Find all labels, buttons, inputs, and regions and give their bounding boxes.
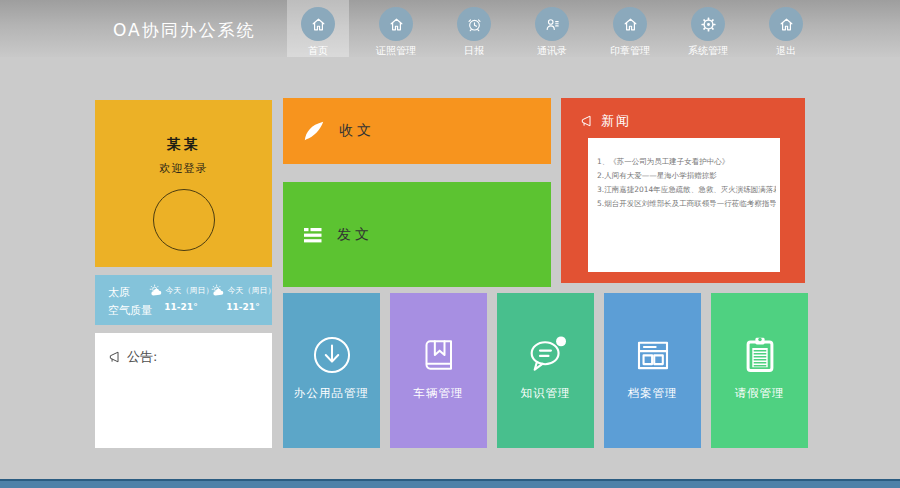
announcement-card: 公告: [95, 333, 272, 448]
welcome-card: 某某 欢迎登录 [95, 100, 272, 267]
footer-bar [0, 479, 900, 488]
list-icon [301, 223, 325, 247]
sun-cloud-icon [211, 284, 226, 297]
home-icon [301, 7, 335, 41]
module-vehicle[interactable]: 车辆管理 [390, 293, 487, 448]
module-office-supplies[interactable]: 办公用品管理 [283, 293, 380, 448]
nav-label: 系统管理 [688, 44, 728, 58]
news-list: 1、《苏一公司为员工建子女看护中心》 2.人间有大爱——星海小学捐赠掠影 3.江… [588, 138, 780, 272]
module-label: 档案管理 [604, 386, 701, 401]
forecast-day: 今天（周日） [166, 285, 214, 296]
nav-label: 日报 [464, 44, 484, 58]
module-label: 请假管理 [711, 386, 808, 401]
inbox-banner[interactable]: 收文 [283, 98, 551, 164]
sun-cloud-icon [149, 284, 164, 297]
nav-label: 证照管理 [376, 44, 416, 58]
nav-label: 退出 [776, 44, 796, 58]
weather-location: 太原 空气质量 [95, 275, 150, 325]
download-circle-icon [283, 330, 380, 380]
book-icon [390, 330, 487, 380]
news-item[interactable]: 1、《苏一公司为员工建子女看护中心》 [597, 155, 776, 169]
home-icon [613, 7, 647, 41]
welcome-text: 欢迎登录 [95, 161, 272, 176]
nav-item-system[interactable]: 系统管理 [677, 0, 739, 57]
nav-item-seal[interactable]: 印章管理 [599, 0, 661, 57]
city-label: 太原 [108, 285, 150, 300]
news-item[interactable]: 5.烟台开发区刘维部长及工商联领导一行莅临考察指导 [597, 197, 776, 211]
nav-item-certificates[interactable]: 证照管理 [365, 0, 427, 57]
gear-icon [691, 7, 725, 41]
app-title: OA协同办公系统 [113, 19, 256, 42]
avatar-placeholder-circle [153, 189, 215, 251]
clipboard-icon [711, 330, 808, 380]
inbox-label: 收文 [339, 122, 375, 140]
news-item[interactable]: 2.人间有大爱——星海小学捐赠掠影 [597, 169, 776, 183]
nav-item-home[interactable]: 首页 [287, 0, 349, 57]
forecast-today: 今天（周日） 11-21° [150, 275, 212, 325]
nav-item-daily-report[interactable]: 日报 [443, 0, 505, 57]
forecast-day: 今天（周日） [228, 285, 276, 296]
outbox-label: 发文 [337, 226, 373, 244]
contacts-icon [535, 7, 569, 41]
announcement-title: 公告: [127, 348, 157, 366]
nav-item-contacts[interactable]: 通讯录 [521, 0, 583, 57]
module-label: 知识管理 [497, 386, 594, 401]
nav-item-logout[interactable]: 退出 [755, 0, 817, 57]
module-label: 车辆管理 [390, 386, 487, 401]
home-icon [769, 7, 803, 41]
chat-bubble-icon [497, 330, 594, 380]
nav-label: 首页 [308, 44, 328, 58]
clock-icon [457, 7, 491, 41]
megaphone-icon [107, 349, 123, 365]
forecast-today-2: 今天（周日） 11-21° [212, 275, 274, 325]
forecast-temp: 11-21° [150, 302, 212, 312]
megaphone-icon [579, 113, 595, 129]
user-name: 某某 [95, 100, 272, 154]
news-title: 新闻 [601, 112, 631, 130]
air-quality-label: 空气质量 [108, 303, 150, 318]
nav-label: 通讯录 [537, 44, 567, 58]
forecast-temp: 11-21° [212, 302, 274, 312]
nav-label: 印章管理 [610, 44, 650, 58]
module-leave[interactable]: 请假管理 [711, 293, 808, 448]
module-knowledge[interactable]: 知识管理 [497, 293, 594, 448]
archive-icon [604, 330, 701, 380]
news-card: 新闻 1、《苏一公司为员工建子女看护中心》 2.人间有大爱——星海小学捐赠掠影 … [561, 98, 805, 283]
module-label: 办公用品管理 [283, 386, 380, 401]
main-nav: 首页 证照管理 日报 [287, 0, 817, 57]
oa-dashboard: OA协同办公系统 首页 证照管理 [0, 0, 900, 488]
header: OA协同办公系统 首页 证照管理 [0, 0, 900, 57]
weather-card: 太原 空气质量 今天（周日） 11-21° [95, 275, 272, 325]
outbox-banner[interactable]: 发文 [283, 182, 551, 287]
module-archive[interactable]: 档案管理 [604, 293, 701, 448]
feather-icon [301, 118, 327, 144]
home-icon [379, 7, 413, 41]
news-item[interactable]: 3.江南嘉捷2014年应急疏散、急救、灭火演练圆满落幕 [597, 183, 776, 197]
